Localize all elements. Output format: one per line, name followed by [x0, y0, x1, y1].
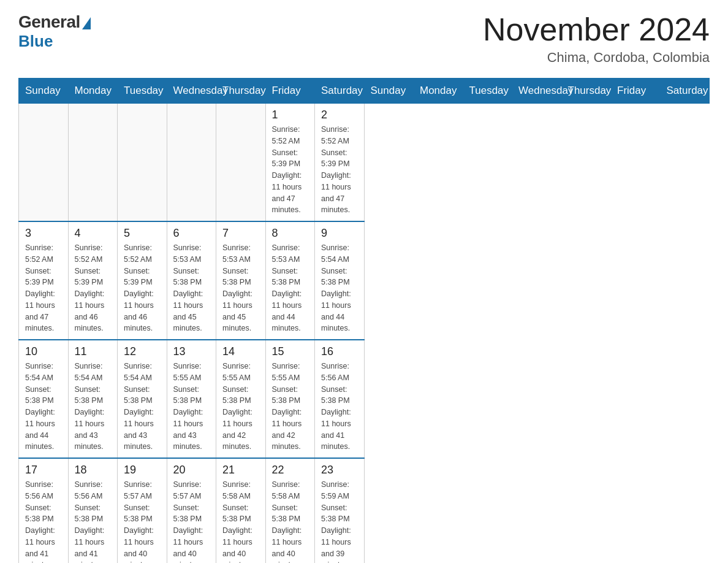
day-info: Sunrise: 5:52 AM Sunset: 5:39 PM Dayligh…	[272, 124, 309, 216]
day-info: Sunrise: 5:54 AM Sunset: 5:38 PM Dayligh…	[124, 361, 161, 453]
day-info: Sunrise: 5:52 AM Sunset: 5:39 PM Dayligh…	[75, 242, 112, 334]
title-section: November 2024 Chima, Cordoba, Colombia	[483, 12, 710, 66]
day-info: Sunrise: 5:53 AM Sunset: 5:38 PM Dayligh…	[222, 242, 259, 334]
day-number: 12	[124, 345, 161, 358]
calendar-cell: 6Sunrise: 5:53 AM Sunset: 5:38 PM Daylig…	[167, 221, 216, 340]
calendar-cell: 3Sunrise: 5:52 AM Sunset: 5:39 PM Daylig…	[19, 221, 69, 340]
day-info: Sunrise: 5:58 AM Sunset: 5:38 PM Dayligh…	[272, 479, 309, 563]
day-info: Sunrise: 5:55 AM Sunset: 5:38 PM Dayligh…	[222, 361, 259, 453]
day-info: Sunrise: 5:59 AM Sunset: 5:38 PM Dayligh…	[321, 479, 358, 563]
header-cell-sunday: Sunday	[19, 79, 69, 104]
calendar-cell: 13Sunrise: 5:55 AM Sunset: 5:38 PM Dayli…	[167, 340, 216, 458]
calendar-cell: 21Sunrise: 5:58 AM Sunset: 5:38 PM Dayli…	[216, 458, 266, 563]
calendar-cell: 20Sunrise: 5:57 AM Sunset: 5:38 PM Dayli…	[167, 458, 216, 563]
calendar-cell: 1Sunrise: 5:52 AM Sunset: 5:39 PM Daylig…	[265, 104, 315, 222]
calendar-table: SundayMondayTuesdayWednesdayThursdayFrid…	[18, 78, 710, 563]
day-number: 1	[272, 109, 309, 121]
day-info: Sunrise: 5:52 AM Sunset: 5:39 PM Dayligh…	[124, 242, 161, 334]
header-cell-friday: Friday	[265, 79, 315, 104]
month-year-title: November 2024	[483, 12, 710, 47]
header-cell-monday: Monday	[414, 79, 463, 104]
header-cell-tuesday: Tuesday	[463, 79, 512, 104]
day-number: 18	[75, 464, 112, 477]
day-number: 17	[25, 464, 62, 477]
calendar-cell: 5Sunrise: 5:52 AM Sunset: 5:39 PM Daylig…	[118, 221, 167, 340]
calendar-week-row: 1Sunrise: 5:52 AM Sunset: 5:39 PM Daylig…	[19, 104, 710, 222]
calendar-cell: 15Sunrise: 5:55 AM Sunset: 5:38 PM Dayli…	[265, 340, 315, 458]
header-cell-saturday: Saturday	[315, 79, 365, 104]
day-info: Sunrise: 5:56 AM Sunset: 5:38 PM Dayligh…	[75, 479, 112, 563]
calendar-cell: 19Sunrise: 5:57 AM Sunset: 5:38 PM Dayli…	[118, 458, 167, 563]
day-number: 10	[25, 345, 62, 358]
calendar-cell	[118, 104, 167, 222]
logo: General Blue	[18, 12, 91, 51]
calendar-cell: 22Sunrise: 5:58 AM Sunset: 5:38 PM Dayli…	[265, 458, 315, 563]
day-number: 7	[222, 227, 259, 240]
calendar-cell: 10Sunrise: 5:54 AM Sunset: 5:38 PM Dayli…	[19, 340, 69, 458]
day-number: 23	[321, 464, 358, 477]
header-cell-wednesday: Wednesday	[512, 79, 562, 104]
header-cell-sunday: Sunday	[364, 79, 414, 104]
page-header: General Blue November 2024 Chima, Cordob…	[18, 12, 710, 66]
day-info: Sunrise: 5:53 AM Sunset: 5:38 PM Dayligh…	[272, 242, 309, 334]
day-number: 2	[321, 109, 358, 121]
day-number: 15	[272, 345, 309, 358]
day-number: 6	[173, 227, 210, 240]
day-number: 21	[222, 464, 259, 477]
calendar-cell: 17Sunrise: 5:56 AM Sunset: 5:38 PM Dayli…	[19, 458, 69, 563]
calendar-cell: 2Sunrise: 5:52 AM Sunset: 5:39 PM Daylig…	[315, 104, 365, 222]
logo-general-text: General	[18, 12, 80, 32]
calendar-cell: 18Sunrise: 5:56 AM Sunset: 5:38 PM Dayli…	[68, 458, 118, 563]
header-cell-wednesday: Wednesday	[167, 79, 216, 104]
calendar-cell: 8Sunrise: 5:53 AM Sunset: 5:38 PM Daylig…	[265, 221, 315, 340]
day-number: 9	[321, 227, 358, 240]
day-info: Sunrise: 5:54 AM Sunset: 5:38 PM Dayligh…	[321, 242, 358, 334]
calendar-cell	[216, 104, 266, 222]
calendar-header-row: SundayMondayTuesdayWednesdayThursdayFrid…	[19, 79, 710, 104]
day-info: Sunrise: 5:56 AM Sunset: 5:38 PM Dayligh…	[25, 479, 62, 563]
day-info: Sunrise: 5:53 AM Sunset: 5:38 PM Dayligh…	[173, 242, 210, 334]
day-info: Sunrise: 5:57 AM Sunset: 5:38 PM Dayligh…	[124, 479, 161, 563]
calendar-cell: 23Sunrise: 5:59 AM Sunset: 5:38 PM Dayli…	[315, 458, 365, 563]
calendar-cell: 7Sunrise: 5:53 AM Sunset: 5:38 PM Daylig…	[216, 221, 266, 340]
day-info: Sunrise: 5:55 AM Sunset: 5:38 PM Dayligh…	[272, 361, 309, 453]
header-cell-friday: Friday	[611, 79, 661, 104]
day-info: Sunrise: 5:58 AM Sunset: 5:38 PM Dayligh…	[222, 479, 259, 563]
header-cell-tuesday: Tuesday	[118, 79, 167, 104]
calendar-cell: 16Sunrise: 5:56 AM Sunset: 5:38 PM Dayli…	[315, 340, 365, 458]
header-cell-monday: Monday	[68, 79, 118, 104]
location-subtitle: Chima, Cordoba, Colombia	[483, 50, 710, 66]
day-number: 11	[75, 345, 112, 358]
calendar-cell: 12Sunrise: 5:54 AM Sunset: 5:38 PM Dayli…	[118, 340, 167, 458]
calendar-cell: 11Sunrise: 5:54 AM Sunset: 5:38 PM Dayli…	[68, 340, 118, 458]
day-number: 14	[222, 345, 259, 358]
header-cell-saturday: Saturday	[660, 79, 710, 104]
day-info: Sunrise: 5:52 AM Sunset: 5:39 PM Dayligh…	[321, 124, 358, 216]
day-number: 13	[173, 345, 210, 358]
logo-triangle-icon	[82, 17, 91, 29]
day-info: Sunrise: 5:56 AM Sunset: 5:38 PM Dayligh…	[321, 361, 358, 453]
calendar-cell: 4Sunrise: 5:52 AM Sunset: 5:39 PM Daylig…	[68, 221, 118, 340]
calendar-week-row: 3Sunrise: 5:52 AM Sunset: 5:39 PM Daylig…	[19, 221, 710, 340]
day-info: Sunrise: 5:57 AM Sunset: 5:38 PM Dayligh…	[173, 479, 210, 563]
header-cell-thursday: Thursday	[216, 79, 266, 104]
day-number: 8	[272, 227, 309, 240]
day-number: 20	[173, 464, 210, 477]
day-info: Sunrise: 5:54 AM Sunset: 5:38 PM Dayligh…	[75, 361, 112, 453]
calendar-cell	[19, 104, 69, 222]
calendar-cell: 9Sunrise: 5:54 AM Sunset: 5:38 PM Daylig…	[315, 221, 365, 340]
day-info: Sunrise: 5:54 AM Sunset: 5:38 PM Dayligh…	[25, 361, 62, 453]
header-cell-thursday: Thursday	[561, 79, 611, 104]
day-number: 3	[25, 227, 62, 240]
day-number: 5	[124, 227, 161, 240]
calendar-cell	[68, 104, 118, 222]
day-number: 4	[75, 227, 112, 240]
calendar-week-row: 17Sunrise: 5:56 AM Sunset: 5:38 PM Dayli…	[19, 458, 710, 563]
day-number: 16	[321, 345, 358, 358]
calendar-cell	[167, 104, 216, 222]
day-number: 19	[124, 464, 161, 477]
calendar-week-row: 10Sunrise: 5:54 AM Sunset: 5:38 PM Dayli…	[19, 340, 710, 458]
logo-blue-text: Blue	[18, 32, 53, 51]
day-info: Sunrise: 5:52 AM Sunset: 5:39 PM Dayligh…	[25, 242, 62, 334]
day-number: 22	[272, 464, 309, 477]
